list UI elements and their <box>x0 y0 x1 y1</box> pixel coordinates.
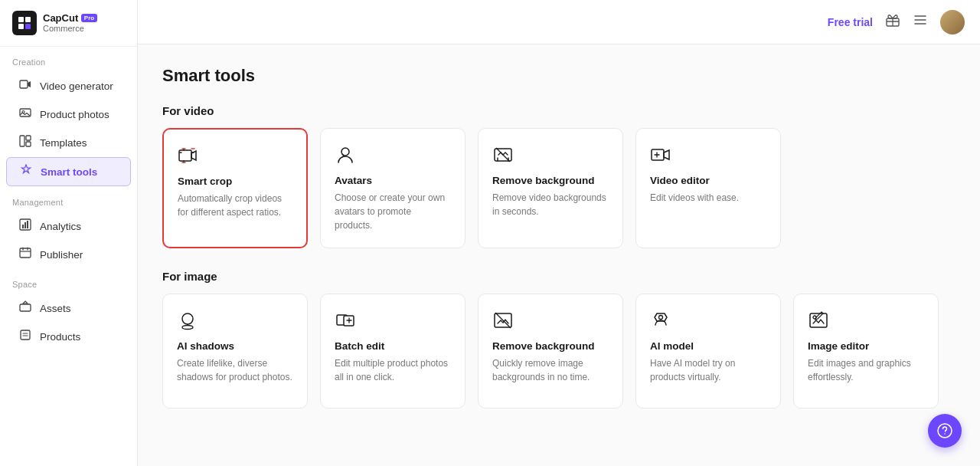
for-video-label: For video <box>162 104 956 117</box>
svg-rect-16 <box>20 304 31 311</box>
card-title: Image editor <box>808 340 924 352</box>
help-fab[interactable] <box>928 414 962 448</box>
header: Free trial <box>138 0 980 44</box>
sidebar-item-products[interactable]: Products <box>6 323 131 350</box>
sidebar-space-section: Space Assets Products <box>0 269 137 351</box>
card-ai-model[interactable]: AI model Have AI model try on products v… <box>635 294 781 409</box>
card-title: Batch edit <box>335 340 451 352</box>
card-desc: Edit multiple product photos all in one … <box>335 356 451 384</box>
sidebar-item-label: Video generator <box>40 80 113 92</box>
for-image-label: For image <box>162 270 956 283</box>
card-desc: Choose or create your own avatars to pro… <box>335 191 451 232</box>
card-desc: Quickly remove image backgrounds in no t… <box>492 356 609 384</box>
logo-capcut: CapCut Pro <box>43 13 97 24</box>
card-video-editor[interactable]: Video editor Edit videos with ease. <box>635 128 781 248</box>
card-ai-shadows[interactable]: AI shadows Create lifelike, diverse shad… <box>162 294 308 409</box>
svg-rect-13 <box>24 222 26 228</box>
card-avatars[interactable]: Avatars Choose or create your own avatar… <box>320 128 466 248</box>
sidebar-item-assets[interactable]: Assets <box>6 294 131 322</box>
sidebar-item-publisher[interactable]: Publisher <box>6 241 131 268</box>
svg-rect-9 <box>26 136 31 140</box>
sidebar-item-product-photos[interactable]: Product photos <box>6 100 131 128</box>
gift-icon[interactable] <box>885 12 900 31</box>
sidebar-item-label: Product photos <box>40 109 109 120</box>
sidebar-management-section: Management Analytics Publisher <box>0 187 137 269</box>
svg-rect-2 <box>25 17 31 22</box>
sidebar-item-smart-tools[interactable]: Smart tools <box>6 157 131 186</box>
logo[interactable]: CapCut Pro Commerce <box>0 0 137 47</box>
sidebar: CapCut Pro Commerce Creation Video gener… <box>0 0 138 466</box>
svg-rect-4 <box>25 24 31 29</box>
sidebar-item-label: Templates <box>40 137 87 149</box>
templates-icon <box>18 135 32 150</box>
page-title: Smart tools <box>162 66 956 86</box>
card-image-editor[interactable]: Image editor Edit images and graphics ef… <box>793 294 939 409</box>
svg-point-35 <box>944 433 946 435</box>
svg-rect-10 <box>26 142 31 146</box>
smart-tools-icon <box>19 164 33 179</box>
sidebar-creation-section: Creation Video generator Product photos … <box>0 47 137 187</box>
analytics-icon <box>18 218 32 234</box>
card-smart-crop[interactable]: Smart crop Automatically crop videos for… <box>162 128 308 248</box>
svg-point-25 <box>182 326 193 330</box>
avatar[interactable] <box>940 10 965 34</box>
svg-rect-15 <box>20 248 31 258</box>
svg-rect-5 <box>20 80 28 88</box>
logo-pro-badge: Pro <box>81 14 97 22</box>
logo-commerce: Commerce <box>43 24 97 33</box>
card-desc: Edit videos with ease. <box>650 191 766 205</box>
products-icon <box>18 329 32 344</box>
management-label: Management <box>0 187 137 212</box>
svg-rect-3 <box>18 24 24 29</box>
creation-label: Creation <box>0 47 137 71</box>
card-title: Remove background <box>492 175 609 186</box>
svg-point-24 <box>182 313 193 324</box>
card-desc: Have AI model try on products virtually. <box>650 356 766 384</box>
sidebar-item-label: Analytics <box>40 221 81 232</box>
free-trial-button[interactable]: Free trial <box>828 16 873 28</box>
card-title: AI model <box>650 340 766 352</box>
product-photos-icon <box>18 107 32 122</box>
svg-rect-8 <box>20 136 24 146</box>
video-cards-row: Smart crop Automatically crop videos for… <box>162 128 956 248</box>
sidebar-item-label: Publisher <box>40 249 83 261</box>
sidebar-item-templates[interactable]: Templates <box>6 129 131 156</box>
card-title: AI shadows <box>177 340 293 352</box>
card-title: Video editor <box>650 175 766 186</box>
svg-rect-1 <box>18 17 24 22</box>
card-title: Smart crop <box>178 176 292 187</box>
main-content: Smart tools For video Smart crop Automat… <box>138 44 980 466</box>
assets-icon <box>18 300 32 316</box>
card-desc: Create lifelike, diverse shadows for pro… <box>177 356 293 384</box>
svg-point-31 <box>659 316 663 320</box>
card-title: Avatars <box>335 175 451 186</box>
card-desc: Edit images and graphics effortlessly. <box>808 356 924 384</box>
card-desc: Remove video backgrounds in seconds. <box>492 191 609 218</box>
svg-rect-14 <box>27 221 28 228</box>
svg-rect-12 <box>22 225 24 228</box>
svg-rect-17 <box>21 330 30 340</box>
svg-rect-19 <box>179 150 191 161</box>
card-remove-background-image[interactable]: Remove background Quickly remove image b… <box>478 294 623 409</box>
sidebar-item-label: Smart tools <box>41 166 97 178</box>
publisher-icon <box>18 247 32 262</box>
sidebar-item-analytics[interactable]: Analytics <box>6 212 131 240</box>
video-generator-icon <box>18 78 32 94</box>
menu-icon[interactable] <box>913 12 928 31</box>
sidebar-item-video-generator[interactable]: Video generator <box>6 72 131 100</box>
space-label: Space <box>0 269 137 294</box>
card-title: Remove background <box>492 340 609 352</box>
sidebar-item-label: Assets <box>40 303 71 314</box>
sidebar-item-label: Products <box>40 331 80 343</box>
card-batch-edit[interactable]: Batch edit Edit multiple product photos … <box>320 294 466 409</box>
card-desc: Automatically crop videos for different … <box>178 192 292 219</box>
image-cards-row: AI shadows Create lifelike, diverse shad… <box>162 294 956 409</box>
svg-rect-0 <box>12 11 37 35</box>
card-remove-background-video[interactable]: Remove background Remove video backgroun… <box>478 128 623 248</box>
svg-line-30 <box>495 313 511 328</box>
